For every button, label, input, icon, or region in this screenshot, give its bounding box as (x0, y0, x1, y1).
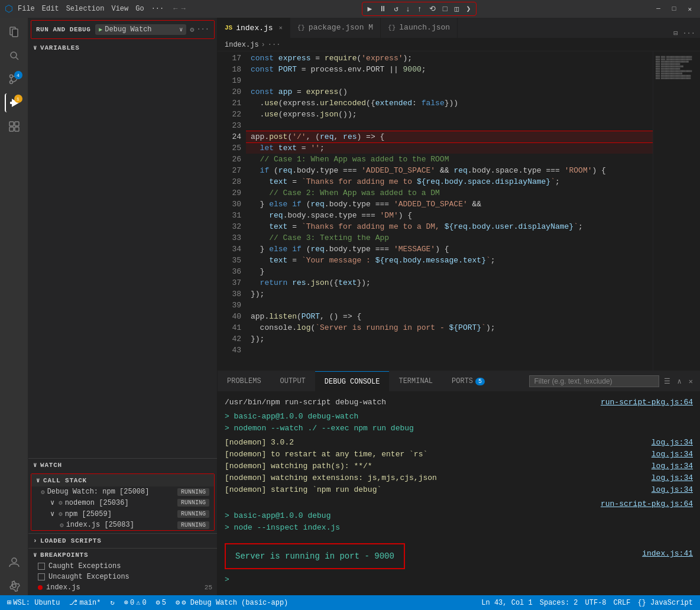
debug-session-icon: ⚙ (176, 598, 180, 607)
step-into-btn[interactable]: ↑ (416, 4, 424, 14)
call-stack-header[interactable]: ∨ CALL STACK (31, 474, 214, 486)
json-icon: {} (297, 24, 305, 31)
menu-edit[interactable]: Edit (42, 5, 59, 13)
breakpoint-caught[interactable]: Caught Exceptions (28, 561, 217, 572)
menu-go[interactable]: Go (135, 5, 144, 13)
gear-icon[interactable]: ⚙ (190, 25, 194, 34)
activity-explorer[interactable] (5, 22, 24, 41)
breadcrumb-more[interactable]: ··· (268, 41, 281, 49)
tab-close-btn[interactable]: ✕ (279, 24, 283, 31)
uncaught-checkbox[interactable] (38, 573, 45, 580)
minimize-btn[interactable]: ─ (653, 4, 664, 14)
status-language[interactable]: {} JavaScript (635, 599, 695, 607)
status-spaces[interactable]: Spaces: 2 (537, 599, 581, 607)
status-debug[interactable]: ⚙ 5 (154, 598, 168, 607)
continue-btn[interactable]: ▶ (366, 4, 374, 14)
status-errors[interactable]: ⊗ 0 ⚠ 0 (122, 598, 149, 607)
console-link-4[interactable]: log.js:34 (652, 460, 693, 472)
step-over-btn[interactable]: ↓ (404, 4, 412, 14)
close-panel-icon[interactable]: ✕ (686, 376, 695, 387)
activity-git[interactable]: 4 (5, 70, 24, 89)
tab-ports[interactable]: PORTS 5 (442, 371, 494, 392)
code-line-27: if (req.body.type === 'ADDED_TO_SPACE' &… (246, 165, 653, 176)
status-branch[interactable]: ⎇ main* (67, 598, 103, 607)
editor-right-actions: ⊟ ··· (669, 29, 700, 38)
caught-checkbox[interactable] (38, 563, 45, 570)
call-stack-item-name-0: Debug Watch: npm [25008] (47, 488, 177, 496)
activity-debug[interactable]: 1 (5, 93, 24, 112)
menu-selection[interactable]: Selection (66, 5, 105, 13)
status-encoding[interactable]: UTF-8 (583, 599, 609, 607)
maximize-btn[interactable]: □ (669, 4, 680, 14)
console-link-2[interactable]: log.js:34 (652, 437, 693, 449)
call-stack-item-3[interactable]: ⚙ index.js [25083] RUNNING (31, 520, 214, 530)
menu-view[interactable]: View (111, 5, 128, 13)
tab-terminal[interactable]: TERMINAL (389, 371, 442, 392)
status-sync[interactable]: ↻ (108, 598, 116, 607)
console-link-1[interactable]: run-script-pkg.js:64 (601, 397, 693, 408)
stop-btn[interactable]: □ (441, 4, 449, 14)
filter-input[interactable] (529, 375, 659, 387)
more-editor-icon[interactable]: ··· (682, 30, 695, 38)
console-row-node-inspect: > node --inspect index.js (225, 522, 693, 534)
breakpoint-uncaught[interactable]: Uncaught Exceptions (28, 572, 217, 582)
status-wsl[interactable]: ⊞ WSL: Ubuntu (5, 598, 62, 607)
split-editor-icon[interactable]: ⊟ (673, 29, 678, 38)
console-link-5[interactable]: log.js:34 (652, 472, 693, 484)
tab-indexjs[interactable]: JS index.js ✕ (218, 18, 290, 38)
ln-30: 30 (218, 199, 241, 210)
svg-rect-1 (12, 29, 18, 37)
ln-28: 28 (218, 176, 241, 187)
call-stack-item-0[interactable]: ⚙ Debug Watch: npm [25008] RUNNING (31, 486, 214, 497)
expand-icon-2: ∨ (50, 510, 57, 518)
activity-account[interactable] (5, 553, 24, 572)
menu-more[interactable]: ··· (151, 5, 164, 13)
console-link-3[interactable]: log.js:34 (652, 449, 693, 460)
variables-label: VARIABLES (40, 44, 80, 51)
activity-settings[interactable] (5, 576, 24, 595)
nav-forward[interactable]: → (181, 5, 185, 13)
code-line-31: req.body.space.type === 'DM') { (246, 210, 653, 221)
breakpoints-header[interactable]: ∨ BREAKPOINTS (28, 549, 217, 561)
variables-header[interactable]: ∨ VARIABLES (28, 41, 217, 54)
console-link-7[interactable]: run-script-pkg.js:64 (601, 498, 693, 510)
ln-25: 25 (218, 142, 241, 154)
activity-search[interactable] (5, 46, 24, 65)
collapse-panel-icon[interactable]: ∧ (675, 376, 684, 387)
code-line-29: // Case 2: When App was added to a DM (246, 187, 653, 199)
tab-packagejson[interactable]: {} package.json M (290, 18, 381, 38)
watch-header[interactable]: ∨ WATCH (28, 459, 217, 471)
call-stack-item-1[interactable]: ∨ ⚙ nodemon [25036] RUNNING (31, 497, 214, 508)
more-actions-icon[interactable]: ··· (196, 25, 209, 34)
filter-lines-icon[interactable]: ☰ (662, 376, 673, 387)
svg-line-3 (16, 57, 18, 60)
breakpoints-label: BREAKPOINTS (40, 551, 88, 559)
breadcrumb-file[interactable]: index.js (225, 41, 259, 49)
close-btn[interactable]: ✕ (684, 4, 695, 14)
minimap: ████ ████ ████████████████████████ ████ … (653, 51, 700, 371)
activity-extensions[interactable] (5, 117, 24, 136)
debug-config-dropdown[interactable]: ▶ Debug Watch ∨ (95, 24, 186, 35)
restart-btn[interactable]: ↺ (392, 4, 400, 14)
status-debug-session[interactable]: ⚙ ⚙ Debug Watch (basic-app) (173, 598, 290, 607)
tab-problems[interactable]: PROBLEMS (218, 371, 271, 392)
split-btn[interactable]: ◫ (453, 4, 461, 14)
tab-debug-console[interactable]: DEBUG CONSOLE (315, 371, 390, 392)
nav-back[interactable]: ← (173, 5, 177, 13)
console-link-6[interactable]: log.js:34 (652, 484, 693, 496)
status-position[interactable]: Ln 43, Col 1 (479, 599, 534, 607)
menu-file[interactable]: File (18, 5, 35, 13)
rewind-btn[interactable]: ⟲ (427, 4, 438, 14)
code-editor[interactable]: 17 18 19 20 21 22 23 24 25 26 27 28 29 (218, 51, 700, 371)
console-link-indexjs[interactable]: index.js:41 (642, 548, 693, 560)
pause-btn[interactable]: ⏸ (377, 4, 388, 14)
breakpoint-indexjs[interactable]: index.js 25 (28, 582, 217, 593)
run-and-debug-label: RUN AND DEBUG (36, 26, 90, 33)
call-stack-item-2[interactable]: ∨ ⚙ npm [25059] RUNNING (31, 508, 214, 520)
loaded-scripts-header[interactable]: › LOADED SCRIPTS (28, 535, 217, 547)
tab-launchjson[interactable]: {} launch.json (381, 18, 458, 38)
loaded-scripts-label: LOADED SCRIPTS (40, 537, 102, 544)
tab-output[interactable]: OUTPUT (271, 371, 315, 392)
status-eol[interactable]: CRLF (611, 599, 633, 607)
more-btn[interactable]: ❯ (464, 4, 472, 14)
